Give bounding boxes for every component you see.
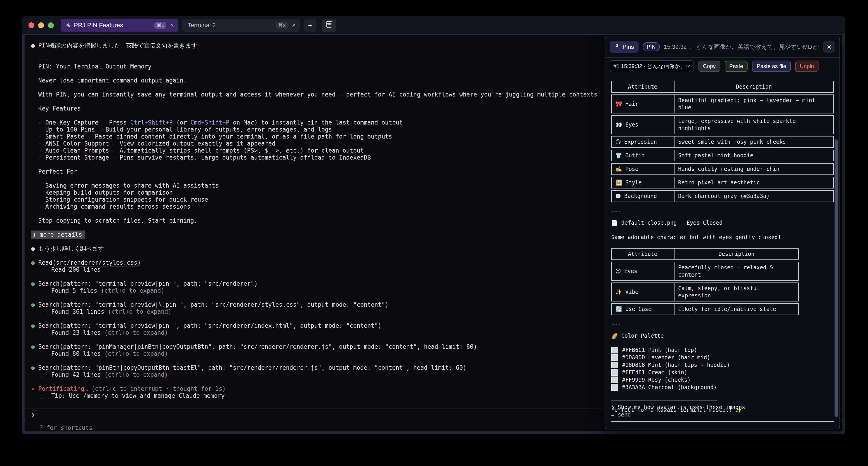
color-palette-list: #FFB6C1 Pink (hair top)#DDA0DD Lavender … xyxy=(611,346,834,391)
file-heading: 📄 default-close.png — Eyes Closed xyxy=(611,219,834,226)
color-swatch xyxy=(611,376,618,383)
palette-row: #98D8C8 Mint (hair tips + hoodie) xyxy=(611,361,834,369)
table-row: ✍️ PoseHands cutely resting under chin xyxy=(611,163,834,175)
zoom-window-button[interactable] xyxy=(48,22,54,28)
pin-selector-value: #1 15:39:32 - どんな画像か、英語で教えて。 xyxy=(614,63,685,70)
prompt-chevron-icon: ❯ xyxy=(31,411,35,418)
tab-shortcut-badge: ⌘1 xyxy=(154,22,166,29)
pins-menu-button[interactable]: Pins xyxy=(610,41,639,53)
color-swatch xyxy=(611,369,618,376)
snippet-divider-bottom xyxy=(611,421,834,422)
pins-panel-toggle-button[interactable] xyxy=(322,19,336,32)
markdown-divider: --- xyxy=(611,208,834,215)
pin-type-badge: PIN xyxy=(643,42,660,51)
pin-selector-dropdown[interactable]: #1 15:39:32 - どんな画像か、英語で教えて。 xyxy=(610,60,694,72)
pinned-item-title: 15:39:32 ← どんな画像か、英語で教えて。見やすいMDとかカラフルな感… xyxy=(664,43,819,51)
attribute-table-open-eyes: AttributeDescription🎀 HairBeautiful grad… xyxy=(611,79,834,204)
table-row: 🌑 BackgroundDark charcoal gray (#3a3a3a) xyxy=(611,190,834,202)
table-header: Attribute xyxy=(611,248,674,260)
tab-terminal-2[interactable]: Terminal 2⌘2× xyxy=(182,19,300,32)
pinned-prompt-snippet: ❯ Show me how avatar.js uses these image… xyxy=(605,393,839,422)
color-swatch xyxy=(611,384,618,391)
color-swatch xyxy=(611,362,618,368)
tab-prj-pin-features[interactable]: ✳PRJ PIN Features⌘1× xyxy=(61,19,178,32)
table-header: Description xyxy=(674,248,799,260)
prompt-chevron-icon: ❯ xyxy=(611,404,614,410)
color-swatch xyxy=(611,347,618,353)
close-icon: × xyxy=(827,42,831,51)
snippet-divider-half xyxy=(611,400,717,400)
chevron-down-icon xyxy=(685,63,690,69)
send-hint: ↵ send xyxy=(611,411,834,418)
close-panel-button[interactable]: × xyxy=(823,41,835,53)
pushpin-icon xyxy=(614,43,620,51)
panel-scrollbar-thumb[interactable] xyxy=(835,139,838,417)
tab-shortcut-badge: ⌘2 xyxy=(276,22,288,29)
palette-row: #FF9999 Rosy (cheeks) xyxy=(611,376,834,383)
suggested-prompt: ❯ Show me how avatar.js uses these image… xyxy=(611,404,834,411)
tab-close-icon[interactable]: × xyxy=(169,22,175,29)
new-tab-button[interactable]: + xyxy=(304,19,316,32)
palette-row: #FFB6C1 Pink (hair top) xyxy=(611,346,834,354)
table-header: Attribute xyxy=(611,81,674,93)
paste-button[interactable]: Paste xyxy=(725,61,747,72)
plus-icon: + xyxy=(308,21,312,30)
table-row: 👕 OutfitSoft pastel mint hoodie xyxy=(611,150,834,161)
pins-menu-label: Pins xyxy=(622,43,634,51)
tab-close-icon[interactable]: × xyxy=(291,22,297,29)
rainbow-icon: 🌈 xyxy=(611,333,618,339)
return-key-icon: ↵ xyxy=(611,411,614,418)
activity-asterisk-icon: ✳ xyxy=(66,22,71,29)
tab-label: PRJ PIN Features xyxy=(74,22,151,29)
tab-label: Terminal 2 xyxy=(188,22,273,29)
table-header: Description xyxy=(674,81,834,93)
close-window-button[interactable] xyxy=(29,22,34,28)
palette-row: #3A3A3A Charcoal (background) xyxy=(611,383,834,391)
palette-heading: 🌈 Color Palette xyxy=(611,332,834,339)
table-row: 🎀 HairBeautiful gradient: pink → lavende… xyxy=(611,94,834,114)
pins-panel-header: Pins PIN 15:39:32 ← どんな画像か、英語で教えて。見やすいMD… xyxy=(605,36,839,57)
palette-row: #FFE4E1 Cream (skin) xyxy=(611,369,834,376)
copy-button[interactable]: Copy xyxy=(699,61,720,72)
shortcuts-hint: ? for shortcuts xyxy=(39,425,92,431)
paste-as-file-button[interactable]: Paste as file xyxy=(752,61,791,72)
tab-list: ✳PRJ PIN Features⌘1×Terminal 2⌘2× xyxy=(61,19,300,32)
pinned-content: AttributeDescription🎀 HairBeautiful grad… xyxy=(605,75,839,430)
traffic-lights xyxy=(29,22,54,28)
snippet-divider-top xyxy=(611,393,834,393)
table-row: 😊 ExpressionSweet smile with rosy pink c… xyxy=(611,136,834,148)
table-row: 🔄 Use CaseLikely for idle/inactive state xyxy=(611,303,799,315)
pins-panel: Pins PIN 15:39:32 ← どんな画像か、英語で教えて。見やすいMD… xyxy=(605,36,840,430)
table-row: 🖼️ StyleRetro pixel art aesthetic xyxy=(611,177,834,188)
pin-list-icon xyxy=(325,20,333,31)
attribute-table-closed-eyes: AttributeDescription😌 EyesPeacefully clo… xyxy=(611,246,799,317)
palette-row: #DDA0DD Lavender (hair mid) xyxy=(611,354,834,361)
unpin-button[interactable]: Unpin xyxy=(795,61,818,72)
table-row: 👀 EyesLarge, expressive with white spark… xyxy=(611,115,834,134)
pins-toolbar: #1 15:39:32 - どんな画像か、英語で教えて。 Copy Paste … xyxy=(605,57,839,74)
minimize-window-button[interactable] xyxy=(38,22,44,28)
file-caption: Same adorable character but with eyes ge… xyxy=(611,234,834,241)
file-icon: 📄 xyxy=(611,220,618,226)
markdown-divider: --- xyxy=(611,321,834,328)
tab-bar: ✳PRJ PIN Features⌘1×Terminal 2⌘2× + xyxy=(22,16,845,35)
table-row: ✨ VibeCalm, sleepy, or blissful expressi… xyxy=(611,282,799,302)
color-swatch xyxy=(611,354,618,361)
table-row: 😌 EyesPeacefully closed — relaxed & cont… xyxy=(611,262,799,281)
